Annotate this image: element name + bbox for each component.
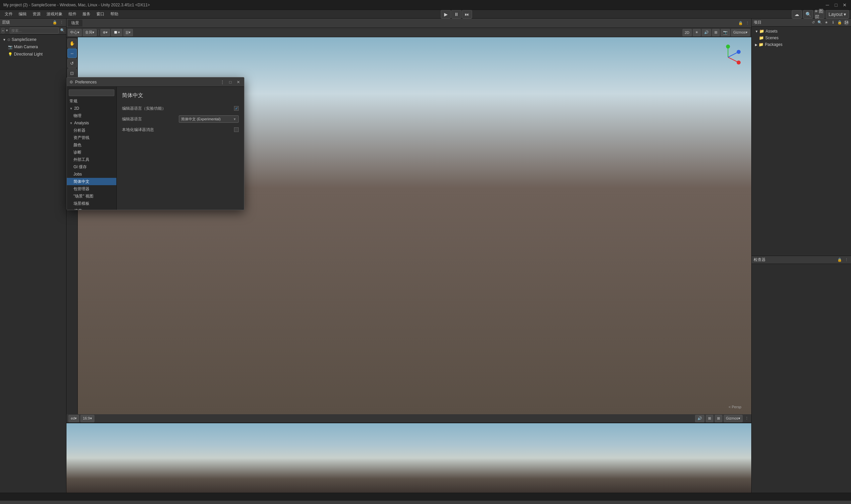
- localized-msgs-checkbox[interactable]: [234, 127, 239, 132]
- pref-item-general[interactable]: 常规: [67, 97, 116, 105]
- pref-item-analysis[interactable]: ▼ Analysis: [67, 119, 116, 127]
- scene-light-toggle[interactable]: ☀: [693, 29, 701, 36]
- pref-item-package-manager[interactable]: 包管理器: [67, 185, 116, 193]
- hierarchy-search-input[interactable]: [10, 28, 59, 34]
- pref-item-physics[interactable]: 物理: [67, 112, 116, 119]
- center-dropdown[interactable]: 中心▾: [68, 29, 82, 36]
- hierarchy-title: 层级: [2, 20, 51, 25]
- search-btn[interactable]: 🔍: [803, 10, 813, 19]
- project-lock-icon[interactable]: 🔒: [837, 20, 843, 25]
- menu-gameobject[interactable]: 游戏对象: [44, 10, 65, 18]
- game-view-container: ed▾ 16:9▾ 🔊 ⊞ ⊞ Gizmos▾ ⋮: [67, 414, 751, 493]
- menu-window[interactable]: 窗口: [94, 10, 107, 18]
- hierarchy-add-btn[interactable]: +: [1, 28, 5, 33]
- game-resolution-dropdown[interactable]: 16:9▾: [80, 415, 94, 422]
- game-display-dropdown[interactable]: ed▾: [69, 415, 79, 422]
- scene-camera-toggle[interactable]: 📷: [721, 29, 730, 36]
- game-audio-toggle[interactable]: 🔊: [695, 415, 704, 422]
- play-button[interactable]: ▶: [441, 10, 451, 19]
- project-info-icon[interactable]: ℹ: [830, 20, 836, 25]
- pref-item-2d[interactable]: ▼ 2D: [67, 105, 116, 112]
- hand-tool[interactable]: ✋: [68, 39, 77, 48]
- editor-lang-exp-label: 编辑器语言（实验功能）: [122, 106, 234, 111]
- game-gizmos-toggle[interactable]: Gizmos▾: [724, 415, 743, 422]
- cloud-btn[interactable]: ☁: [792, 10, 802, 19]
- 2d-toggle[interactable]: 2D: [683, 29, 692, 36]
- layout-btn[interactable]: Layout ▾: [826, 10, 849, 19]
- project-packages-folder[interactable]: ▶ 📁 Packages: [753, 41, 850, 48]
- menu-edit[interactable]: 编辑: [16, 10, 29, 18]
- pref-item-colors[interactable]: 颜色: [67, 141, 116, 149]
- preferences-gear-icon: ⚙: [70, 80, 73, 85]
- hierarchy-filter-btn[interactable]: ▾: [6, 28, 8, 33]
- preferences-sidebar: 常规 ▼ 2D 物理 ▼ Analysis 分析器 资产管线: [67, 87, 117, 210]
- project-search-icon[interactable]: 🔍: [817, 20, 822, 25]
- directional-light-label: Directional Light: [14, 52, 42, 56]
- layers-btn[interactable]: ≡ 图层: [814, 10, 825, 19]
- scene-tab[interactable]: 场景: [68, 20, 83, 26]
- hierarchy-more-icon[interactable]: ⋮: [59, 20, 64, 25]
- minimize-btn[interactable]: ─: [825, 2, 830, 8]
- inspector-header: 检查器 🔒 ⋮: [752, 256, 851, 264]
- menu-help[interactable]: 帮助: [108, 10, 121, 18]
- pref-item-search[interactable]: ▼ 搜索: [67, 207, 116, 210]
- hierarchy-camera-item[interactable]: 📷 Main Camera: [0, 43, 66, 51]
- pref-item-diagnostics[interactable]: 诊断: [67, 149, 116, 156]
- menu-services[interactable]: 服务: [80, 10, 93, 18]
- editor-lang-exp-checkbox[interactable]: ✓: [234, 106, 239, 111]
- pause-button[interactable]: ⏸: [451, 10, 461, 19]
- rotate-tool[interactable]: ↺: [68, 58, 77, 68]
- editor-lang-dropdown[interactable]: 简体中文 (Experimental) ▼: [179, 115, 239, 123]
- scene-gizmos-toggle[interactable]: Gizmos▾: [731, 29, 750, 36]
- hierarchy-search-icon[interactable]: 🔍: [60, 28, 65, 33]
- pref-item-scene-view[interactable]: "场景" 视图: [67, 193, 116, 200]
- menu-components[interactable]: 组件: [66, 10, 79, 18]
- scene-more-icon[interactable]: ⋮: [745, 21, 750, 26]
- scene-audio-toggle[interactable]: 🔊: [702, 29, 711, 36]
- preferences-minrestore-btn[interactable]: □: [228, 79, 233, 85]
- pref-item-gi-cache[interactable]: GI 缓存: [67, 163, 116, 170]
- pref-item-jobs[interactable]: Jobs: [67, 170, 116, 178]
- scene-lock-icon[interactable]: 🔒: [738, 21, 743, 26]
- preferences-more-btn[interactable]: ⋮: [219, 79, 225, 85]
- scenes-folder-icon: 📁: [759, 36, 764, 40]
- hierarchy-scene-item[interactable]: ▼ ⊙ SampleScene: [0, 36, 66, 43]
- project-scenes-folder[interactable]: 📁 Scenes: [753, 35, 850, 41]
- scene-orientation-gizmo[interactable]: x y z: [715, 44, 741, 71]
- pref-item-scene-templates[interactable]: 场景模板: [67, 200, 116, 207]
- move-tool[interactable]: ↔: [68, 49, 77, 58]
- pref-item-asset-pipeline[interactable]: 资产管线: [67, 134, 116, 141]
- pref-item-external-tools[interactable]: 外部工具: [67, 156, 116, 163]
- hierarchy-lock-icon[interactable]: 🔒: [52, 20, 57, 25]
- scene-expand-arrow: ▼: [3, 38, 6, 41]
- hierarchy-panel: 层级 🔒 ⋮ + ▾ 🔍 ▼ ⊙ SampleScene 📷 Main Came…: [0, 19, 67, 493]
- menu-assets[interactable]: 资源: [30, 10, 43, 18]
- project-assets-folder[interactable]: ▼ 📁 Assets: [753, 28, 850, 35]
- close-btn[interactable]: ✕: [842, 2, 848, 8]
- project-refresh-icon[interactable]: ↺: [811, 20, 816, 25]
- inspector-more-icon[interactable]: ⋮: [844, 257, 849, 262]
- game-stats-toggle[interactable]: ⊞: [706, 415, 713, 422]
- scale-tool[interactable]: ⊡: [68, 69, 77, 78]
- global-dropdown[interactable]: 全局▾: [83, 29, 97, 36]
- packages-label: Packages: [765, 42, 782, 47]
- game-more-icon[interactable]: ⋮: [744, 416, 749, 421]
- hierarchy-light-item[interactable]: 💡 Directional Light: [0, 51, 66, 58]
- pref-item-simplified-chinese[interactable]: 简体中文: [67, 178, 116, 185]
- step-button[interactable]: ⏭: [462, 10, 472, 19]
- project-panel: 项目 ↺ 🔍 ★ ℹ 🔒 14 ▼ 📁 Assets 📁: [752, 19, 851, 256]
- inspector-lock-icon[interactable]: 🔒: [837, 257, 843, 262]
- preferences-search-input[interactable]: [69, 89, 114, 96]
- preferences-close-btn[interactable]: ✕: [235, 79, 241, 85]
- maximize-btn[interactable]: □: [833, 2, 839, 8]
- pref-item-analyzer[interactable]: 分析器: [67, 127, 116, 134]
- 2d-expand-icon: ▼: [70, 107, 73, 110]
- grid-tool[interactable]: 🔲▾: [111, 29, 122, 36]
- snap-tool[interactable]: ⊕▾: [101, 29, 110, 36]
- menu-file[interactable]: 文件: [2, 10, 15, 18]
- scene-fx-toggle[interactable]: ⊞: [712, 29, 720, 36]
- snap-settings[interactable]: |||▾: [123, 29, 133, 36]
- light-icon: 💡: [8, 52, 13, 56]
- project-favorite-icon[interactable]: ★: [824, 20, 829, 25]
- game-view: [67, 423, 751, 493]
